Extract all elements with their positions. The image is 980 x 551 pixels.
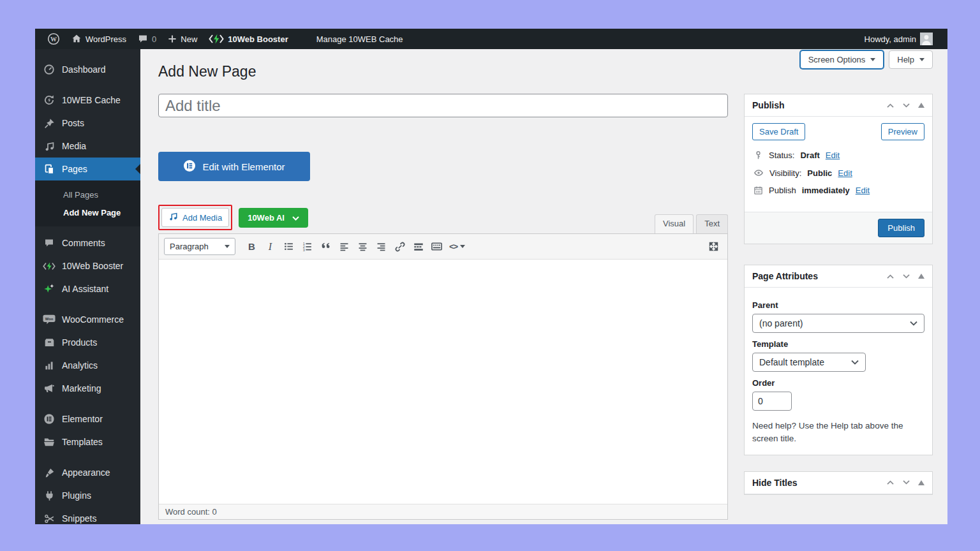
move-down-icon[interactable] xyxy=(902,103,910,108)
eye-icon xyxy=(754,168,764,178)
admin-sidebar: Dashboard 10WEB Cache Posts Media Pages … xyxy=(35,49,140,524)
sidebar-item-media[interactable]: Media xyxy=(35,135,140,158)
numbered-list-button[interactable]: 123 xyxy=(299,239,316,255)
comments-icon xyxy=(43,238,56,248)
keyboard-shortcuts-button[interactable] xyxy=(428,239,445,255)
edit-status-link[interactable]: Edit xyxy=(826,151,840,160)
sidebar-item-analytics[interactable]: Analytics xyxy=(35,354,140,377)
hide-titles-panel: Hide Titles xyxy=(744,471,933,495)
read-more-tag-button[interactable] xyxy=(410,239,427,255)
align-right-button[interactable] xyxy=(373,239,390,255)
sidebar-item-templates[interactable]: Templates xyxy=(35,430,140,453)
comments-menu[interactable]: 0 xyxy=(132,29,162,49)
bold-button[interactable]: B xyxy=(243,239,260,255)
pages-submenu: All Pages Add New Page xyxy=(35,180,140,226)
chevron-down-icon xyxy=(851,360,859,365)
plus-icon xyxy=(168,34,177,43)
new-content-menu[interactable]: New xyxy=(162,29,203,49)
woocommerce-icon: Woo xyxy=(43,314,56,325)
sidebar-item-10web-booster[interactable]: 10Web Booster xyxy=(35,254,140,277)
visibility-row: Visibility: Public Edit xyxy=(754,168,923,178)
main-content: Add New Page Screen Options Help xyxy=(140,49,947,524)
sidebar-item-posts[interactable]: Posts xyxy=(35,112,140,135)
blockquote-button[interactable] xyxy=(317,239,334,255)
move-down-icon[interactable] xyxy=(902,274,910,279)
sidebar-item-pages[interactable]: Pages xyxy=(35,158,140,180)
manage-cache-label: Manage 10WEB Cache xyxy=(316,34,403,44)
move-up-icon[interactable] xyxy=(886,274,895,279)
admin-bar: W WordPress 0 New 10Web Booster xyxy=(35,29,947,49)
publish-button[interactable]: Publish xyxy=(878,219,924,237)
chevron-down-icon xyxy=(919,58,924,61)
tenweb-booster-menu[interactable]: 10Web Booster xyxy=(203,29,293,49)
schedule-row: Publish immediately Edit xyxy=(754,186,923,195)
italic-button[interactable]: I xyxy=(262,239,279,255)
publish-panel-header[interactable]: Publish xyxy=(745,94,932,117)
folder-icon xyxy=(43,436,56,448)
template-select[interactable]: Default template xyxy=(752,353,866,372)
svg-text:3: 3 xyxy=(303,248,305,252)
page-title: Add New Page xyxy=(158,63,256,80)
wp-logo-menu[interactable]: W xyxy=(41,29,66,49)
title-input[interactable] xyxy=(158,94,728,117)
align-left-button[interactable] xyxy=(336,239,353,255)
tenweb-ai-button[interactable]: 10Web AI xyxy=(239,208,308,228)
move-down-icon[interactable] xyxy=(902,480,910,485)
comments-count: 0 xyxy=(152,34,156,44)
editor-content-area[interactable] xyxy=(159,260,727,504)
fullscreen-button[interactable] xyxy=(705,239,722,255)
move-up-icon[interactable] xyxy=(886,103,895,108)
sidebar-item-plugins[interactable]: Plugins xyxy=(35,484,140,507)
edit-schedule-link[interactable]: Edit xyxy=(856,186,870,195)
sidebar-item-marketing[interactable]: Marketing xyxy=(35,377,140,400)
pages-icon xyxy=(43,164,56,175)
parent-select[interactable]: (no parent) xyxy=(752,314,924,333)
add-media-button[interactable]: Add Media xyxy=(161,208,229,227)
sidebar-item-snippets[interactable]: Snippets xyxy=(35,507,140,524)
classic-editor: Paragraph B I 123 xyxy=(158,233,728,520)
tab-text[interactable]: Text xyxy=(696,214,728,233)
hide-titles-header[interactable]: Hide Titles xyxy=(745,472,932,494)
my-account-menu[interactable]: Howdy, admin xyxy=(859,33,939,45)
save-draft-button[interactable]: Save Draft xyxy=(752,123,805,140)
paintbrush-icon xyxy=(43,467,56,478)
avatar xyxy=(920,33,933,45)
svg-text:W: W xyxy=(50,36,57,43)
publish-panel: Publish Save Draft Preview xyxy=(744,94,933,244)
collapse-toggle-icon[interactable] xyxy=(918,480,924,485)
bullet-list-button[interactable] xyxy=(280,239,297,255)
edit-with-elementor-button[interactable]: Edit with Elementor xyxy=(158,152,310,181)
sidebar-item-appearance[interactable]: Appearance xyxy=(35,461,140,484)
order-input[interactable] xyxy=(752,392,792,411)
manage-cache-menu[interactable]: Manage 10WEB Cache xyxy=(311,29,409,49)
sidebar-item-products[interactable]: Products xyxy=(35,331,140,354)
shortcode-dropdown-button[interactable]: <> xyxy=(447,239,468,255)
submenu-add-new-page[interactable]: Add New Page xyxy=(35,203,140,221)
page-attributes-header[interactable]: Page Attributes xyxy=(745,265,932,288)
cache-refresh-icon xyxy=(43,94,56,106)
sidebar-item-ai-assistant[interactable]: AI Assistant xyxy=(35,277,140,300)
sidebar-item-10web-cache[interactable]: 10WEB Cache xyxy=(35,89,140,112)
move-up-icon[interactable] xyxy=(886,480,895,485)
preview-button[interactable]: Preview xyxy=(881,123,924,140)
chevron-down-icon xyxy=(292,213,299,223)
collapse-toggle-icon[interactable] xyxy=(918,274,924,279)
site-menu[interactable]: WordPress xyxy=(66,29,132,49)
sidebar-item-comments[interactable]: Comments xyxy=(35,231,140,254)
align-center-button[interactable] xyxy=(354,239,371,255)
submenu-all-pages[interactable]: All Pages xyxy=(35,186,140,203)
edit-visibility-link[interactable]: Edit xyxy=(838,168,852,178)
booster-label: 10Web Booster xyxy=(228,34,288,44)
screen-options-button[interactable]: Screen Options xyxy=(800,50,884,69)
editor-sidebar: Publish Save Draft Preview xyxy=(744,94,933,495)
link-button[interactable] xyxy=(391,239,408,255)
sidebar-item-dashboard[interactable]: Dashboard xyxy=(35,58,140,81)
paragraph-format-select[interactable]: Paragraph xyxy=(164,238,235,255)
help-button[interactable]: Help xyxy=(889,50,933,69)
tab-visual[interactable]: Visual xyxy=(655,214,694,233)
sidebar-item-elementor[interactable]: Elementor xyxy=(35,408,140,430)
comment-bubble-icon xyxy=(138,34,148,44)
site-name: WordPress xyxy=(85,34,126,44)
collapse-toggle-icon[interactable] xyxy=(918,103,924,108)
sidebar-item-woocommerce[interactable]: Woo WooCommerce xyxy=(35,308,140,331)
